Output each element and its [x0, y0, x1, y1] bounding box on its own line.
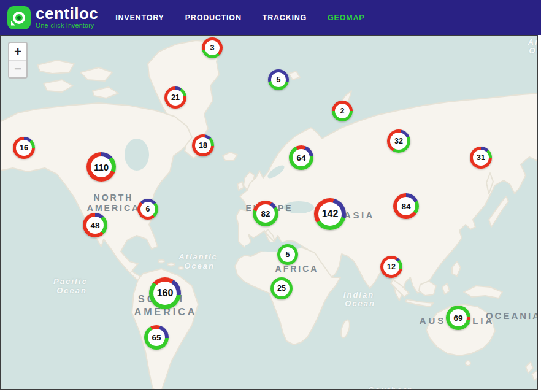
cluster-marker[interactable]: 21	[164, 86, 186, 109]
cluster-marker[interactable]: 2	[332, 101, 353, 121]
cluster-count: 5	[271, 72, 286, 87]
cluster-marker[interactable]: 65	[144, 325, 169, 350]
cluster-marker[interactable]: 160	[149, 277, 181, 309]
cluster-count: 82	[256, 204, 275, 223]
cluster-marker[interactable]: 69	[446, 306, 470, 330]
cluster-count: 21	[167, 90, 183, 106]
nav-item-geomap[interactable]: GEOMAP	[325, 9, 367, 27]
cluster-marker[interactable]: 32	[387, 129, 410, 153]
cluster-marker[interactable]: 48	[83, 213, 107, 237]
main-nav: INVENTORY PRODUCTION TRACKING GEOMAP	[113, 9, 367, 27]
cluster-count: 2	[335, 104, 350, 118]
nav-item-tracking[interactable]: TRACKING	[260, 9, 309, 27]
cluster-marker[interactable]: 84	[393, 193, 419, 219]
cluster-marker[interactable]: 82	[253, 201, 278, 226]
nav-item-production[interactable]: PRODUCTION	[183, 9, 244, 27]
cluster-count: 5	[280, 247, 295, 262]
cluster-marker[interactable]: 18	[192, 134, 214, 156]
cluster-marker[interactable]: 5	[268, 69, 289, 90]
cluster-marker[interactable]: 16	[13, 137, 35, 159]
cluster-count: 31	[473, 150, 489, 166]
cluster-count: 48	[86, 217, 104, 234]
cluster-count: 25	[274, 280, 290, 296]
cluster-count: 84	[397, 197, 415, 215]
cluster-count: 16	[16, 140, 32, 156]
cluster-count: 6	[140, 202, 155, 217]
cluster-marker[interactable]: 64	[289, 145, 313, 170]
zoom-in-button[interactable]: +	[9, 43, 26, 60]
cluster-marker[interactable]: 25	[270, 277, 293, 299]
cluster-marker[interactable]: 31	[470, 147, 492, 169]
top-nav-bar: centiloc One-click Inventory INVENTORY P…	[0, 0, 541, 35]
cluster-marker[interactable]: 3	[202, 37, 223, 58]
brand-tagline: One-click Inventory	[36, 21, 98, 29]
geomap-canvas[interactable]: + − NORTHAMERICAEUROPEASIAAFRICASOUTHAME…	[0, 35, 538, 390]
cluster-count: 32	[390, 133, 407, 150]
cluster-count: 64	[293, 149, 310, 166]
cluster-marker[interactable]: 6	[137, 199, 158, 220]
cluster-count: 142	[318, 202, 342, 226]
cluster-count: 18	[195, 137, 211, 153]
centiloc-pin-icon	[7, 6, 31, 29]
cluster-count: 65	[148, 329, 165, 346]
cluster-marker[interactable]: 12	[380, 256, 402, 278]
cluster-marker[interactable]: 142	[314, 198, 346, 230]
map-zoom-control: + −	[8, 42, 28, 79]
cluster-count: 12	[383, 259, 399, 275]
cluster-count: 110	[91, 156, 112, 177]
cluster-marker[interactable]: 5	[277, 244, 298, 265]
cluster-count: 160	[153, 282, 177, 305]
nav-item-inventory[interactable]: INVENTORY	[113, 9, 166, 27]
cluster-count: 3	[205, 40, 220, 55]
cluster-marker[interactable]: 110	[86, 152, 116, 182]
brand-name: centiloc	[36, 6, 98, 21]
brand-logo[interactable]: centiloc One-click Inventory	[7, 6, 98, 29]
zoom-out-button[interactable]: −	[9, 60, 26, 77]
cluster-count: 69	[450, 309, 467, 326]
